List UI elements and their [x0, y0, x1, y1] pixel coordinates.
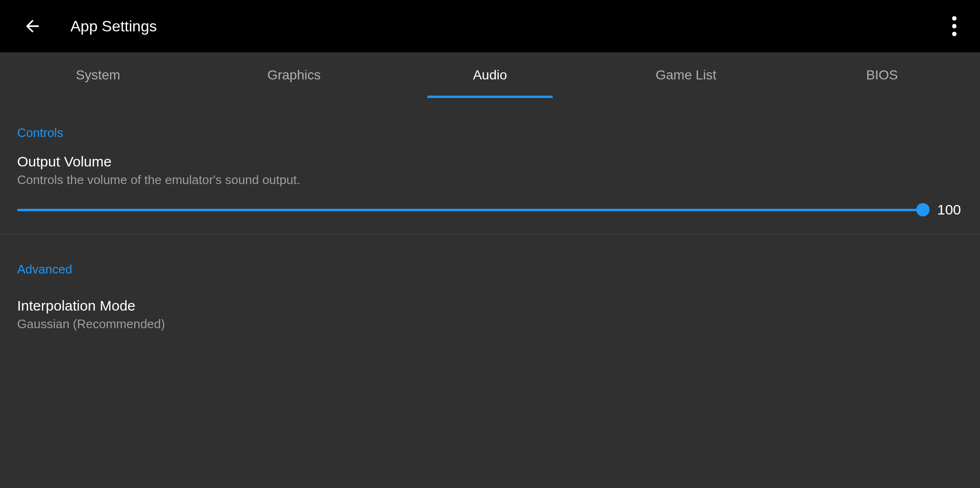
tab-audio[interactable]: Audio — [392, 52, 588, 98]
setting-title-interpolation: Interpolation Mode — [17, 298, 963, 314]
tab-system[interactable]: System — [0, 52, 196, 98]
tab-bar: System Graphics Audio Game List BIOS — [0, 52, 980, 98]
back-button[interactable] — [18, 12, 47, 40]
tab-game-list[interactable]: Game List — [588, 52, 784, 98]
overflow-menu-button[interactable] — [940, 12, 969, 40]
app-bar: App Settings — [0, 0, 980, 52]
page-title: App Settings — [70, 18, 157, 35]
setting-title-output-volume: Output Volume — [17, 154, 963, 170]
arrow-back-icon — [23, 17, 42, 36]
tab-graphics[interactable]: Graphics — [196, 52, 392, 98]
svg-point-0 — [952, 16, 956, 20]
slider-track — [17, 209, 922, 211]
slider-thumb[interactable] — [916, 203, 930, 216]
content-area: System Graphics Audio Game List BIOS Con… — [0, 52, 980, 488]
output-volume-value: 100 — [930, 202, 963, 218]
setting-output-volume: Output Volume Controls the volume of the… — [0, 140, 980, 204]
output-volume-slider-row: 100 — [0, 202, 980, 234]
svg-point-1 — [952, 24, 956, 28]
setting-description-output-volume: Controls the volume of the emulator's so… — [17, 173, 963, 187]
tab-bios[interactable]: BIOS — [784, 52, 980, 98]
svg-point-2 — [952, 32, 956, 36]
output-volume-slider[interactable] — [17, 203, 922, 217]
section-header-advanced: Advanced — [0, 234, 980, 277]
section-header-controls: Controls — [0, 98, 980, 140]
more-vert-icon — [952, 16, 957, 36]
setting-interpolation-mode[interactable]: Interpolation Mode Gaussian (Recommended… — [0, 277, 980, 341]
setting-value-interpolation: Gaussian (Recommended) — [17, 317, 963, 332]
